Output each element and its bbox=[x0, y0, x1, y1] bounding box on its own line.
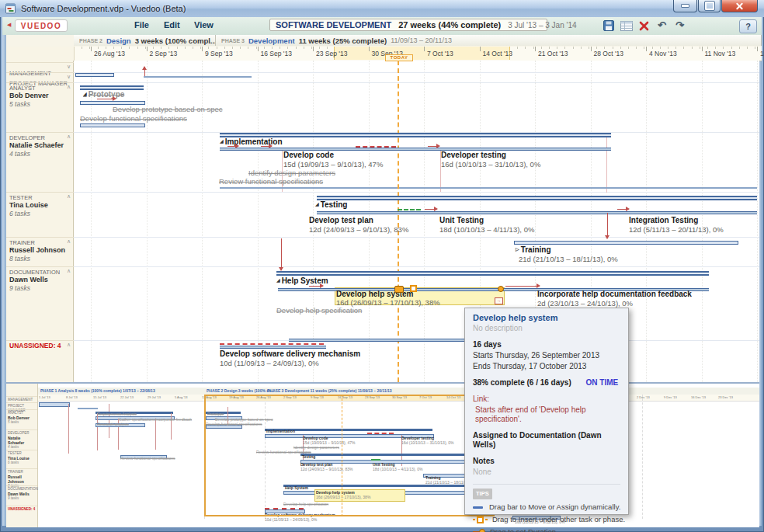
task-bar[interactable] bbox=[75, 73, 114, 77]
maximize-button[interactable] bbox=[698, 0, 721, 12]
phase-3-dates: 11/09/13 – 20/11/13 bbox=[391, 37, 452, 44]
tooltip-complete: 38% complete (6 / 16 days) bbox=[473, 378, 571, 387]
sidebar-row-management[interactable]: MANAGEMENT ∨ bbox=[6, 62, 74, 72]
overview-week-label: 8 Jul '13 bbox=[66, 395, 78, 399]
table-view-button[interactable] bbox=[620, 19, 633, 32]
logo-collapse-icon[interactable]: ◀ bbox=[7, 22, 11, 28]
group-label-training[interactable]: Training bbox=[516, 245, 551, 254]
project-dates: 3 Jul '13 – 3 Jan '14 bbox=[508, 21, 576, 30]
save-button[interactable] bbox=[602, 19, 615, 32]
task-label-develop-prototype: Develop prototype based on spec bbox=[113, 105, 223, 113]
overview-bar[interactable] bbox=[39, 402, 70, 407]
overview-sidebar-row[interactable]: TESTERTina Louise6 tasks bbox=[6, 450, 37, 465]
sidebar-row-analyst[interactable]: ANALYST Bob Denver 5 tasks ∧ bbox=[6, 82, 74, 132]
chevron-up-icon[interactable]: ∧ bbox=[67, 84, 71, 90]
undo-button[interactable]: ↶ bbox=[655, 19, 668, 32]
overview-sidebar-row[interactable]: DEVELOPERNatalie Schaefer4 tasks bbox=[6, 429, 37, 450]
sidebar-row-documentation[interactable]: DOCUMENTATION Dawn Wells 9 tasks ∧ bbox=[6, 266, 74, 340]
chevron-down-icon[interactable]: ∨ bbox=[67, 74, 71, 80]
link-connector bbox=[425, 209, 437, 210]
tips-badge: TIPS bbox=[473, 489, 492, 499]
week-gridline bbox=[424, 61, 425, 382]
help-button[interactable]: ? bbox=[739, 19, 757, 33]
overview-sidebar-row[interactable]: UNASSIGNED: 4 bbox=[6, 506, 37, 512]
vuedoo-logo[interactable]: VUEDOO bbox=[15, 19, 68, 32]
overview-sidebar-row[interactable]: MANAGEMENT bbox=[6, 396, 37, 402]
task-bar[interactable] bbox=[144, 76, 252, 78]
table-icon bbox=[620, 21, 633, 31]
redo-button[interactable]: ↷ bbox=[673, 19, 686, 32]
status-badge: ON TIME bbox=[586, 378, 619, 387]
add-link-handle[interactable] bbox=[495, 297, 503, 304]
week-tick bbox=[591, 47, 592, 51]
delete-button[interactable] bbox=[637, 19, 651, 32]
chevron-up-icon[interactable]: ∧ bbox=[67, 193, 71, 200]
task-bar-develop-code[interactable] bbox=[220, 148, 611, 151]
task-bar-develop-delivery[interactable] bbox=[220, 346, 326, 349]
phase-3-header[interactable]: PHASE 3 Development 11 weeks (25% comple… bbox=[216, 35, 762, 46]
chevron-up-icon[interactable]: ∧ bbox=[67, 238, 71, 245]
week-label: 16 Sep '13 bbox=[261, 50, 292, 57]
today-marker: TODAY bbox=[385, 54, 413, 61]
task-bar-develop-functional-specs[interactable] bbox=[80, 123, 145, 127]
phase-summary-bar-help-system[interactable] bbox=[276, 271, 709, 276]
group-label-prototype[interactable]: Prototype bbox=[83, 90, 124, 99]
task-details-develop-help-system: 16d (26/09/13 – 17/10/13), 38% bbox=[336, 298, 440, 307]
tooltip-title: Develop help system bbox=[473, 313, 620, 322]
sidebar-row-developer[interactable]: DEVELOPER Natalie Schaefer 4 tasks ∧ bbox=[6, 132, 74, 192]
week-tick bbox=[258, 47, 259, 51]
task-details-develop-delivery: 10d (11/09/13 – 24/09/13), 0% bbox=[220, 359, 319, 367]
task-label-develop-test-plan: Develop test plan bbox=[309, 216, 373, 224]
week-label: 14 Oct '13 bbox=[483, 50, 512, 57]
duration-handle[interactable] bbox=[498, 286, 504, 292]
minimize-button[interactable] bbox=[673, 0, 697, 12]
chevron-up-icon[interactable]: ∧ bbox=[67, 134, 71, 140]
project-summary[interactable]: SOFTWARE DEVELOPMENT 27 weeks (44% compl… bbox=[269, 19, 547, 31]
overview-sidebar-row[interactable]: DOCUMENTATIONDawn Wells9 tasks bbox=[6, 485, 37, 501]
task-label-identify-design-parameters: Identify design parameters bbox=[248, 169, 335, 177]
task-details-unit-testing: 18d (10/10/13 – 4/11/13), 0% bbox=[439, 225, 534, 234]
sidebar-row-unassigned[interactable]: UNASSIGNED: 4 ∧ bbox=[6, 340, 74, 382]
percent-complete-handle[interactable] bbox=[394, 286, 404, 293]
sidebar-row-project-manager[interactable]: PROJECT MANAGER ∨ bbox=[6, 72, 74, 82]
week-label: 9 Sep '13 bbox=[205, 50, 233, 57]
task-tooltip: Develop help system No description 16 da… bbox=[464, 308, 629, 515]
menu-edit[interactable]: Edit bbox=[164, 20, 180, 30]
phase-summary-bar-testing[interactable] bbox=[317, 196, 757, 200]
menu-file[interactable]: File bbox=[134, 20, 149, 30]
close-button[interactable] bbox=[721, 0, 758, 12]
task-bar-training[interactable] bbox=[514, 241, 738, 245]
overview-bar[interactable] bbox=[78, 408, 98, 409]
overview-bar[interactable] bbox=[109, 404, 109, 438]
window-frame-right bbox=[759, 35, 762, 526]
overview-task-label: Requirements Analysis bbox=[97, 412, 137, 416]
overview-task-label: Research analysis bbox=[97, 422, 129, 426]
chevron-down-icon[interactable]: ∨ bbox=[67, 64, 71, 70]
overview-bar[interactable] bbox=[97, 413, 98, 450]
link-connector bbox=[617, 209, 629, 210]
insert-handle[interactable] bbox=[410, 285, 417, 292]
timeline-header[interactable]: 26 Aug '132 Sep '139 Sep '1316 Sep '1323… bbox=[6, 47, 762, 61]
tooltip-assigned: Assigned to Documentation (Dawn Wells) bbox=[473, 431, 620, 450]
chevron-up-icon[interactable]: ∧ bbox=[67, 342, 71, 348]
phase-2-header[interactable]: PHASE 2 Design 3 weeks (100% compl... bbox=[74, 35, 216, 46]
overview-bar[interactable] bbox=[68, 404, 69, 454]
chevron-up-icon[interactable]: ∧ bbox=[67, 268, 71, 274]
week-gridline bbox=[702, 61, 703, 382]
overview-bar[interactable] bbox=[155, 419, 156, 450]
overview-sidebar-row[interactable]: ANALYSTBob Denver5 tasks bbox=[6, 409, 37, 425]
group-label-testing[interactable]: Testing bbox=[315, 200, 347, 209]
gantt-chart[interactable]: Prototype Develop prototype based on spe… bbox=[74, 61, 759, 382]
today-line bbox=[398, 61, 399, 382]
menu-view[interactable]: View bbox=[194, 20, 214, 30]
project-overview-panel[interactable]: PHASE 1 Analysis 8 weeks (100% complete)… bbox=[6, 382, 759, 527]
overview-viewport[interactable] bbox=[204, 395, 495, 516]
sidebar-row-tester[interactable]: TESTER Tina Louise 6 tasks ∧ bbox=[6, 192, 74, 237]
week-label: 2 Sep '13 bbox=[150, 50, 178, 57]
task-bar[interactable] bbox=[289, 339, 467, 342]
sidebar-row-trainer[interactable]: TRAINER Russell Johnson 8 tasks ∧ bbox=[6, 237, 74, 266]
group-label-implementation[interactable]: Implementation bbox=[220, 137, 283, 146]
task-bar-develop-test-plan[interactable] bbox=[317, 211, 757, 214]
week-tick bbox=[147, 47, 148, 51]
title-bar[interactable]: Software Development.vdp - Vuedoo (Beta) bbox=[0, 0, 764, 17]
